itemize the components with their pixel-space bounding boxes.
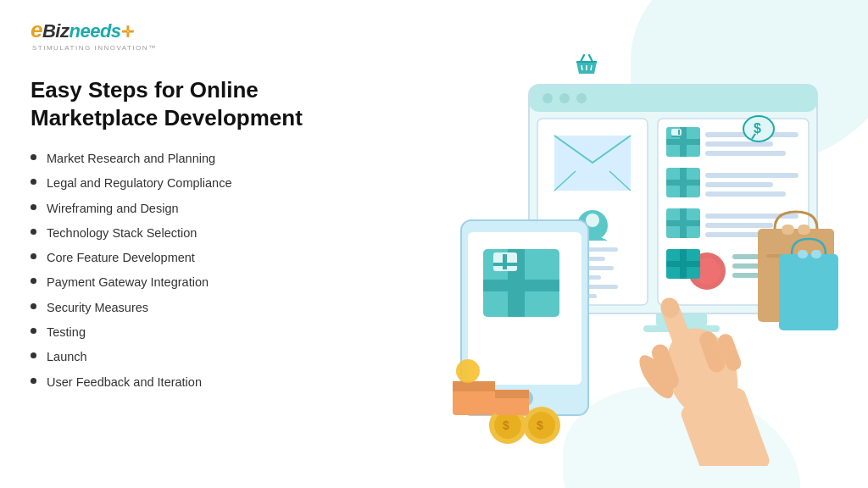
bullet-icon (31, 378, 36, 384)
step-label: Legal and Regulatory Compliance (47, 175, 231, 191)
svg-text:$: $ (537, 419, 543, 432)
logo-needs: needs (69, 20, 120, 42)
steps-list: Market Research and PlanningLegal and Re… (31, 150, 353, 391)
svg-rect-25 (671, 129, 682, 136)
svg-rect-57 (483, 280, 559, 291)
list-item: Market Research and Planning (31, 150, 353, 167)
svg-rect-36 (705, 191, 786, 197)
bullet-icon (31, 278, 36, 284)
logo-biz: Biz (42, 20, 70, 42)
svg-point-14 (586, 214, 599, 227)
logo-e: e (31, 17, 42, 42)
step-label: Security Measures (47, 299, 148, 316)
svg-rect-86 (495, 390, 529, 398)
svg-point-87 (456, 359, 480, 383)
svg-rect-41 (705, 223, 773, 228)
list-item: Security Measures (31, 299, 353, 316)
step-label: Launch (47, 348, 87, 365)
svg-rect-78 (798, 225, 810, 235)
svg-rect-77 (782, 225, 794, 235)
bullet-icon (31, 352, 36, 358)
step-label: Payment Gateway Integration (47, 274, 209, 291)
illustration-area: $ (376, 0, 868, 488)
bullet-icon (31, 229, 36, 235)
svg-rect-24 (666, 139, 700, 145)
list-item: Testing (31, 324, 353, 341)
svg-rect-59 (503, 254, 507, 269)
list-item: Payment Gateway Integration (31, 274, 353, 291)
logo-tagline: stimulating innovation™ (32, 44, 157, 52)
content-left: Easy Steps for Online Marketplace Develo… (31, 76, 353, 398)
step-label: Market Research and Planning (47, 150, 215, 167)
logo-area: eBizneeds✛ stimulating innovation™ (31, 17, 157, 52)
page-container: eBizneeds✛ stimulating innovation™ Easy … (0, 0, 868, 488)
list-item: User Feedback and Iteration (31, 374, 353, 391)
svg-text:$: $ (754, 121, 761, 136)
list-item: Core Feature Development (31, 249, 353, 266)
list-item: Technology Stack Selection (31, 225, 353, 241)
bullet-icon (31, 303, 36, 309)
step-label: Technology Stack Selection (47, 225, 197, 241)
step-label: Testing (47, 324, 86, 341)
svg-rect-47 (666, 261, 700, 267)
svg-rect-80 (779, 254, 838, 330)
bullet-icon (31, 253, 36, 259)
svg-rect-33 (666, 180, 700, 186)
svg-line-3 (591, 65, 592, 70)
list-item: Wireframing and Design (31, 200, 353, 217)
svg-rect-81 (798, 250, 808, 258)
list-item: Launch (31, 348, 353, 365)
svg-rect-82 (811, 250, 821, 258)
step-label: User Feedback and Iteration (47, 374, 202, 391)
dollar-icon: $ (735, 110, 779, 160)
svg-point-10 (576, 93, 587, 103)
svg-rect-27 (671, 136, 682, 137)
marketplace-illustration: $ $ (376, 34, 851, 466)
bullet-icon (31, 179, 36, 185)
svg-rect-60 (493, 263, 517, 266)
svg-rect-34 (705, 173, 798, 178)
logo: eBizneeds✛ (31, 17, 157, 43)
list-item: Legal and Regulatory Compliance (31, 175, 353, 191)
bullet-icon (31, 204, 36, 210)
step-label: Wireframing and Design (47, 200, 179, 217)
basket-icon (568, 47, 605, 90)
step-label: Core Feature Development (47, 249, 195, 266)
svg-rect-26 (678, 130, 680, 135)
svg-line-1 (581, 65, 582, 70)
bullet-icon (31, 154, 36, 160)
svg-rect-84 (453, 381, 495, 391)
svg-text:$: $ (503, 419, 509, 432)
svg-point-9 (559, 93, 570, 103)
svg-rect-35 (705, 182, 773, 187)
bullet-icon (31, 328, 36, 334)
svg-point-8 (542, 93, 553, 103)
logo-plus: ✛ (121, 24, 134, 41)
page-title: Easy Steps for Online Marketplace Develo… (31, 76, 353, 131)
svg-rect-39 (666, 220, 700, 226)
